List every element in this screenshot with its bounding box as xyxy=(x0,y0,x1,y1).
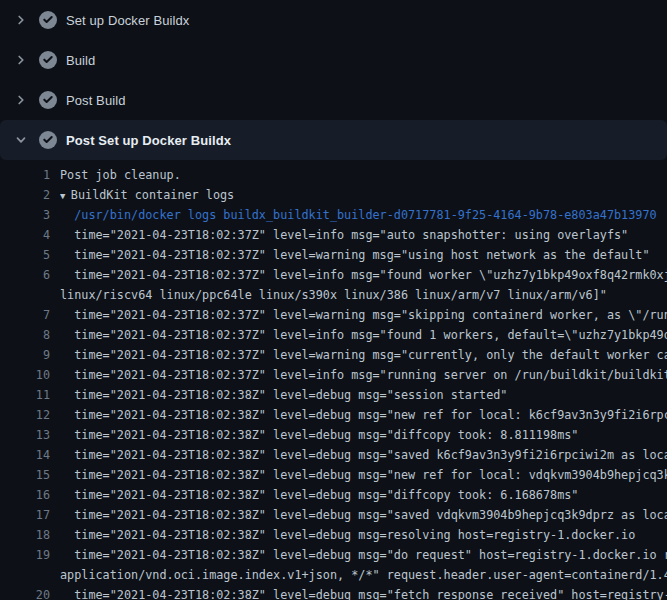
step-section-set-up-docker-buildx[interactable]: Set up Docker Buildx xyxy=(0,0,667,40)
log-line-text: time="2021-04-23T18:02:38Z" level=debug … xyxy=(60,465,667,485)
log-command-line: 3 /usr/bin/docker logs buildx_buildkit_b… xyxy=(0,205,667,225)
log-line-number[interactable]: 20 xyxy=(0,585,50,600)
log-line-text: linux/riscv64 linux/ppc64le linux/s390x … xyxy=(60,285,667,305)
log-line: 8 time="2021-04-23T18:02:37Z" level=info… xyxy=(0,325,667,345)
step-title: Build xyxy=(66,53,95,68)
log-line-text: time="2021-04-23T18:02:37Z" level=info m… xyxy=(60,265,667,285)
log-line-number[interactable]: 15 xyxy=(0,465,50,485)
log-line-text: time="2021-04-23T18:02:37Z" level=info m… xyxy=(60,225,667,245)
log-line: 12 time="2021-04-23T18:02:38Z" level=deb… xyxy=(0,405,667,425)
log-line: 18 time="2021-04-23T18:02:38Z" level=deb… xyxy=(0,525,667,545)
log-line-text: time="2021-04-23T18:02:38Z" level=debug … xyxy=(60,545,667,565)
log-line-continuation: application/vnd.oci.image.index.v1+json,… xyxy=(0,565,667,585)
log-line: 19 time="2021-04-23T18:02:38Z" level=deb… xyxy=(0,545,667,565)
log-line: 4 time="2021-04-23T18:02:37Z" level=info… xyxy=(0,225,667,245)
log-line: 16 time="2021-04-23T18:02:38Z" level=deb… xyxy=(0,485,667,505)
log-line-number[interactable]: 3 xyxy=(0,205,50,225)
log-line-number[interactable]: 10 xyxy=(0,365,50,385)
log-line-number[interactable]: 8 xyxy=(0,325,50,345)
chevron-right-icon xyxy=(13,52,29,68)
log-line: 17 time="2021-04-23T18:02:38Z" level=deb… xyxy=(0,505,667,525)
log-line-text: time="2021-04-23T18:02:38Z" level=debug … xyxy=(60,525,667,545)
log-line-text: application/vnd.oci.image.index.v1+json,… xyxy=(60,565,667,585)
log-line: 7 time="2021-04-23T18:02:37Z" level=warn… xyxy=(0,305,667,325)
log-line-number[interactable]: 14 xyxy=(0,445,50,465)
chevron-right-icon xyxy=(13,12,29,28)
log-line-number[interactable]: 7 xyxy=(0,305,50,325)
log-line-number[interactable]: 1 xyxy=(0,165,50,185)
log-line: 10 time="2021-04-23T18:02:37Z" level=inf… xyxy=(0,365,667,385)
log-line: 15 time="2021-04-23T18:02:38Z" level=deb… xyxy=(0,465,667,485)
step-section-post-set-up-docker-buildx[interactable]: Post Set up Docker Buildx xyxy=(0,120,667,160)
log-line-number[interactable]: 9 xyxy=(0,345,50,365)
log-line-text: time="2021-04-23T18:02:38Z" level=debug … xyxy=(60,425,667,445)
step-section-build[interactable]: Build xyxy=(0,40,667,80)
log-line-text: time="2021-04-23T18:02:38Z" level=debug … xyxy=(60,385,667,405)
log-line: 1 Post job cleanup. xyxy=(0,165,667,185)
log-line-number[interactable]: 12 xyxy=(0,405,50,425)
log-line-number[interactable]: 13 xyxy=(0,425,50,445)
log-line-number[interactable]: 17 xyxy=(0,505,50,525)
step-section-post-build[interactable]: Post Build xyxy=(0,80,667,120)
log-line-number[interactable]: 18 xyxy=(0,525,50,545)
log-line: 20 time="2021-04-23T18:02:38Z" level=deb… xyxy=(0,585,667,600)
log-line-number xyxy=(0,285,50,305)
log-line: 11 time="2021-04-23T18:02:38Z" level=deb… xyxy=(0,385,667,405)
log-line-number[interactable]: 16 xyxy=(0,485,50,505)
log-line-text: time="2021-04-23T18:02:38Z" level=debug … xyxy=(60,585,667,600)
check-circle-icon xyxy=(39,11,57,29)
step-title: Post Build xyxy=(66,93,126,108)
group-caret-icon[interactable]: ▼ xyxy=(60,191,71,201)
log-line-continuation: linux/riscv64 linux/ppc64le linux/s390x … xyxy=(0,285,667,305)
log-group-title: ▼ BuildKit container logs xyxy=(60,185,667,205)
log-line-text: time="2021-04-23T18:02:38Z" level=debug … xyxy=(60,445,667,465)
step-title: Post Set up Docker Buildx xyxy=(66,133,231,148)
log-line-text: time="2021-04-23T18:02:37Z" level=warnin… xyxy=(60,245,667,265)
log-line-text: time="2021-04-23T18:02:37Z" level=warnin… xyxy=(60,305,667,325)
log-line-number[interactable]: 2 xyxy=(0,185,50,205)
log-line: 9 time="2021-04-23T18:02:37Z" level=warn… xyxy=(0,345,667,365)
log-line: 2 ▼ BuildKit container logs xyxy=(0,185,667,205)
log-line-text: time="2021-04-23T18:02:38Z" level=debug … xyxy=(60,405,667,425)
log-line: 6 time="2021-04-23T18:02:37Z" level=info… xyxy=(0,265,667,285)
check-circle-icon xyxy=(39,131,57,149)
step-title: Set up Docker Buildx xyxy=(66,13,189,28)
log-line-number[interactable]: 5 xyxy=(0,245,50,265)
log-line: 5 time="2021-04-23T18:02:37Z" level=warn… xyxy=(0,245,667,265)
log-line: 14 time="2021-04-23T18:02:38Z" level=deb… xyxy=(0,445,667,465)
log-line-number[interactable]: 19 xyxy=(0,545,50,565)
log-line-number xyxy=(0,565,50,585)
check-circle-icon xyxy=(39,51,57,69)
log-line: 13 time="2021-04-23T18:02:38Z" level=deb… xyxy=(0,425,667,445)
log-line-text: time="2021-04-23T18:02:37Z" level=warnin… xyxy=(60,345,667,365)
check-circle-icon xyxy=(39,91,57,109)
log-viewer: 1 Post job cleanup. 2 ▼ BuildKit contain… xyxy=(0,160,667,600)
steps-list: Set up Docker Buildx Build P xyxy=(0,0,667,160)
log-line-text: Post job cleanup. xyxy=(60,165,667,185)
log-line-text: /usr/bin/docker logs buildx_buildkit_bui… xyxy=(60,205,667,225)
log-line-number[interactable]: 11 xyxy=(0,385,50,405)
log-line-text: time="2021-04-23T18:02:38Z" level=debug … xyxy=(60,485,667,505)
log-line-text: time="2021-04-23T18:02:37Z" level=info m… xyxy=(60,365,667,385)
log-line-text: time="2021-04-23T18:02:38Z" level=debug … xyxy=(60,505,667,525)
log-line-number[interactable]: 6 xyxy=(0,265,50,285)
log-line-number[interactable]: 4 xyxy=(0,225,50,245)
log-line-text: time="2021-04-23T18:02:37Z" level=info m… xyxy=(60,325,667,345)
chevron-right-icon xyxy=(13,92,29,108)
chevron-down-icon xyxy=(13,132,29,148)
